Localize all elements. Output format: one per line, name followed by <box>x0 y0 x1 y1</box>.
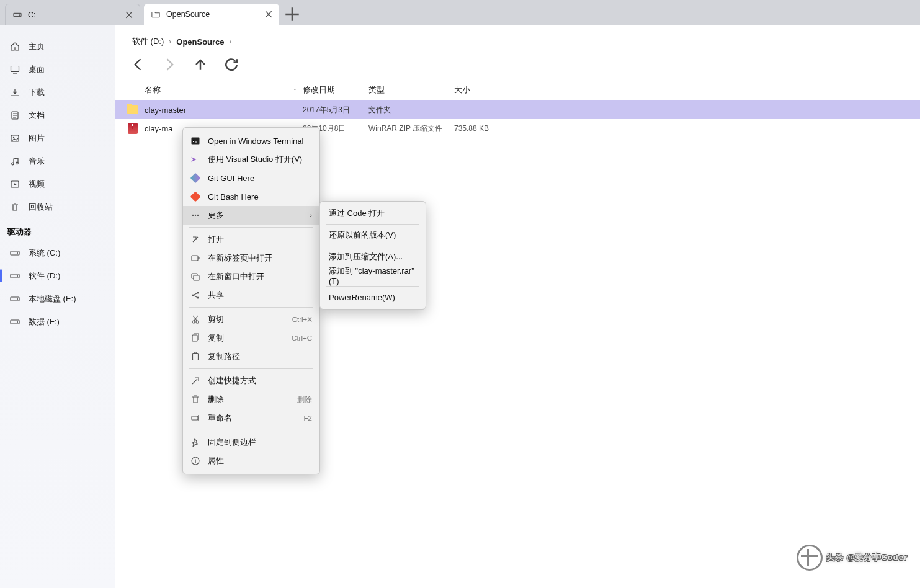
file-name: clay-master <box>145 105 303 115</box>
sidebar-item-label: 文档 <box>29 110 45 121</box>
copy-icon <box>190 333 200 343</box>
svg-point-5 <box>13 136 14 138</box>
chevron-right-icon: › <box>230 37 232 46</box>
refresh-button[interactable] <box>223 56 240 73</box>
submenu-add-rar[interactable]: 添加到 "clay-master.rar"(T) <box>320 266 426 285</box>
breadcrumb-parent[interactable]: 软件 (D:) <box>132 36 164 47</box>
menu-open-new-window[interactable]: 在新窗口中打开 <box>183 267 319 286</box>
svg-point-7 <box>16 162 19 164</box>
submenu-open-code[interactable]: 通过 Code 打开 <box>320 204 426 223</box>
folder-icon <box>151 10 160 19</box>
svg-point-27 <box>192 321 195 323</box>
drive-icon <box>10 317 20 327</box>
shortcut-icon <box>190 376 200 386</box>
submenu-power-rename[interactable]: PowerRename(W) <box>320 288 426 306</box>
svg-rect-30 <box>193 354 199 360</box>
column-date[interactable]: 修改日期 <box>303 84 368 96</box>
sidebar-item-label: 本地磁盘 (E:) <box>29 293 76 305</box>
trash-icon <box>190 394 200 404</box>
menu-separator <box>326 286 419 287</box>
menu-delete[interactable]: 删除删除 <box>183 390 319 409</box>
chevron-right-icon: › <box>310 212 312 219</box>
svg-rect-32 <box>192 416 198 420</box>
column-size[interactable]: 大小 <box>454 84 529 96</box>
visualstudio-icon <box>190 154 200 164</box>
back-button[interactable] <box>130 56 147 73</box>
sidebar-item-music[interactable]: 音乐 <box>0 149 115 172</box>
share-icon <box>190 290 200 300</box>
menu-open-terminal[interactable]: Open in Windows Terminal <box>183 131 319 150</box>
menu-open-vs[interactable]: 使用 Visual Studio 打开(V) <box>183 150 319 169</box>
svg-rect-2 <box>11 66 19 71</box>
svg-rect-21 <box>192 256 198 261</box>
file-date: 2017年5月3日 <box>303 105 368 115</box>
submenu-restore-versions[interactable]: 还原以前的版本(V) <box>320 226 426 244</box>
sidebar-item-label: 系统 (C:) <box>29 247 60 259</box>
sidebar-item-videos[interactable]: 视频 <box>0 172 115 195</box>
svg-point-19 <box>195 215 196 216</box>
menu-git-bash[interactable]: Git Bash Here <box>183 187 319 206</box>
menu-rename[interactable]: 重命名F2 <box>183 409 319 427</box>
sort-asc-icon: ↑ <box>293 86 297 94</box>
sidebar-item-recycle[interactable]: 回收站 <box>0 195 115 218</box>
breadcrumb-current[interactable]: OpenSource <box>176 37 224 47</box>
tab-c-drive[interactable]: C: <box>5 4 140 25</box>
open-icon <box>190 234 200 244</box>
breadcrumb: 软件 (D:) › OpenSource › <box>115 25 920 52</box>
home-icon <box>10 42 20 51</box>
sidebar-item-label: 音乐 <box>29 156 45 167</box>
close-icon[interactable] <box>125 11 133 19</box>
sidebar-item-pictures[interactable]: 图片 <box>0 127 115 149</box>
menu-properties[interactable]: 属性 <box>183 452 319 470</box>
nav-toolbar <box>115 52 920 79</box>
sidebar-item-desktop[interactable]: 桌面 <box>0 58 115 81</box>
sidebar-drive-f[interactable]: 数据 (F:) <box>0 310 115 333</box>
column-type[interactable]: 类型 <box>368 84 454 96</box>
svg-point-20 <box>197 215 199 216</box>
menu-open[interactable]: 打开 <box>183 230 319 249</box>
menu-copy[interactable]: 复制Ctrl+C <box>183 329 319 347</box>
menu-more[interactable]: 更多› <box>183 206 319 225</box>
menu-shortcut[interactable]: 创建快捷方式 <box>183 372 319 390</box>
menu-open-new-tab[interactable]: 在新标签页中打开 <box>183 249 319 267</box>
context-menu: Open in Windows Terminal 使用 Visual Studi… <box>182 127 320 474</box>
sidebar-item-documents[interactable]: 文档 <box>0 104 115 127</box>
desktop-icon <box>10 65 20 74</box>
context-submenu: 通过 Code 打开 还原以前的版本(V) 添加到压缩文件(A)... 添加到 … <box>319 201 426 310</box>
file-type: 文件夹 <box>368 105 454 115</box>
sidebar-item-label: 软件 (D:) <box>29 270 60 282</box>
submenu-add-archive[interactable]: 添加到压缩文件(A)... <box>320 247 426 266</box>
drive-icon <box>10 248 20 258</box>
svg-rect-23 <box>194 275 199 280</box>
sidebar-item-home[interactable]: 主页 <box>0 35 115 58</box>
music-icon <box>10 156 20 166</box>
tab-opensource[interactable]: OpenSource <box>144 4 279 25</box>
close-icon[interactable] <box>264 10 273 19</box>
sidebar-item-label: 回收站 <box>29 202 53 213</box>
svg-point-14 <box>17 298 18 300</box>
forward-button[interactable] <box>161 56 178 73</box>
sidebar-drive-e[interactable]: 本地磁盘 (E:) <box>0 287 115 310</box>
clipboard-icon <box>190 352 200 362</box>
document-icon <box>10 110 20 120</box>
menu-pin-sidebar[interactable]: 固定到侧边栏 <box>183 433 319 452</box>
menu-git-gui[interactable]: Git GUI Here <box>183 169 319 187</box>
new-tab-button[interactable] <box>283 5 301 24</box>
menu-share[interactable]: 共享 <box>183 286 319 305</box>
git-icon <box>190 173 200 183</box>
svg-point-18 <box>192 215 194 216</box>
sidebar-item-label: 图片 <box>29 133 45 144</box>
column-name[interactable]: 名称↑ <box>145 84 303 96</box>
drive-icon <box>10 271 20 281</box>
svg-point-24 <box>192 295 194 296</box>
file-type: WinRAR ZIP 压缩文件 <box>368 123 454 134</box>
menu-cut[interactable]: 剪切Ctrl+X <box>183 310 319 329</box>
svg-point-25 <box>197 292 199 294</box>
sidebar-drive-d[interactable]: 软件 (D:) <box>0 264 115 287</box>
svg-point-12 <box>17 275 18 277</box>
up-button[interactable] <box>192 56 209 73</box>
menu-copy-path[interactable]: 复制路径 <box>183 347 319 366</box>
sidebar-item-downloads[interactable]: 下载 <box>0 81 115 104</box>
sidebar-drive-c[interactable]: 系统 (C:) <box>0 241 115 264</box>
table-row[interactable]: clay-master 2017年5月3日 文件夹 <box>115 100 920 119</box>
